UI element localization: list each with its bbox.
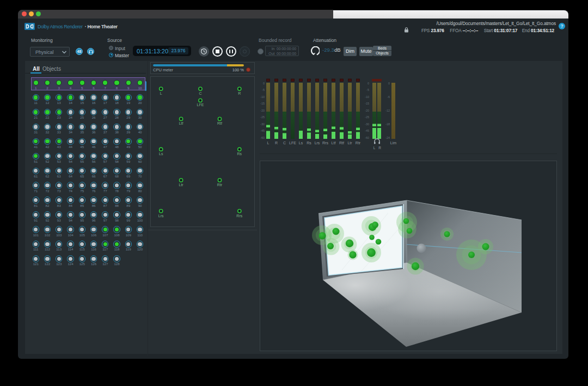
svg-text:0: 0 — [367, 82, 369, 85]
svg-text:-10: -10 — [365, 95, 369, 99]
svg-text:Rtf: Rtf — [217, 121, 222, 125]
svg-text:Lim: Lim — [390, 141, 396, 145]
svg-text:-30: -30 — [365, 122, 369, 126]
svg-text:-6: -6 — [387, 95, 390, 99]
svg-text:-10: -10 — [260, 95, 265, 99]
svg-text:Lrs: Lrs — [158, 214, 164, 218]
svg-text:Rrs: Rrs — [322, 141, 328, 145]
svg-text:-60: -60 — [365, 136, 369, 139]
svg-text:C: C — [283, 141, 286, 145]
svg-text:C: C — [199, 91, 201, 95]
svg-text:-60: -60 — [260, 136, 265, 139]
svg-text:LFE: LFE — [289, 141, 296, 145]
svg-text:L: L — [160, 91, 162, 95]
svg-text:LFE: LFE — [197, 103, 204, 107]
svg-text:-30: -30 — [260, 122, 265, 126]
svg-text:R: R — [275, 141, 278, 145]
svg-text:Lrs: Lrs — [315, 141, 320, 145]
svg-text:-20: -20 — [365, 109, 369, 112]
svg-text:Ltf: Ltf — [179, 121, 183, 125]
svg-text:L: L — [373, 146, 376, 150]
svg-text:-25: -25 — [260, 115, 265, 119]
svg-text:R: R — [378, 146, 381, 150]
svg-text:-20: -20 — [260, 109, 265, 112]
svg-text:Ls: Ls — [299, 141, 303, 145]
svg-text:-5: -5 — [262, 88, 265, 91]
svg-text:R: R — [238, 91, 241, 95]
svg-text:Ltr: Ltr — [179, 183, 184, 187]
svg-text:Rtr: Rtr — [356, 141, 361, 145]
svg-text:Rtf: Rtf — [339, 141, 344, 145]
svg-text:Ltf: Ltf — [332, 141, 336, 145]
svg-text:0: 0 — [388, 82, 390, 85]
svg-text:Rs: Rs — [237, 152, 242, 156]
svg-text:Rrs: Rrs — [236, 214, 242, 218]
svg-text:L: L — [267, 141, 270, 145]
svg-text:0: 0 — [263, 82, 265, 85]
svg-text:Rtr: Rtr — [217, 183, 223, 187]
svg-text:-12: -12 — [385, 109, 390, 112]
svg-text:-24: -24 — [385, 136, 390, 139]
svg-text:-25: -25 — [365, 115, 369, 119]
svg-text:-45: -45 — [365, 129, 369, 132]
svg-text:Ls: Ls — [159, 152, 163, 156]
svg-text:-45: -45 — [260, 129, 265, 132]
svg-text:-15: -15 — [365, 102, 369, 105]
svg-text:-15: -15 — [260, 102, 265, 105]
svg-text:Ltr: Ltr — [347, 141, 352, 145]
svg-text:-5: -5 — [366, 88, 369, 91]
svg-text:-18: -18 — [385, 122, 390, 126]
svg-text:Rs: Rs — [307, 141, 311, 145]
